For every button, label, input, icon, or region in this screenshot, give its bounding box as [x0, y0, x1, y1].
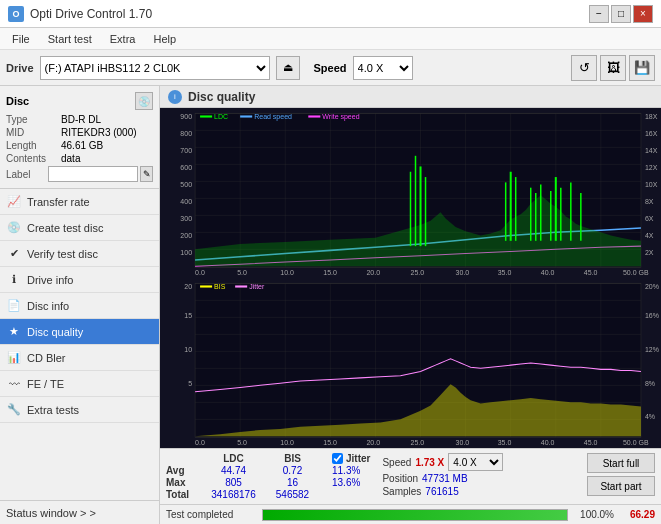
menu-extra[interactable]: Extra [102, 31, 144, 47]
right-panel: i Disc quality [160, 86, 661, 524]
create-test-icon: 💿 [6, 220, 22, 236]
svg-text:BIS: BIS [214, 281, 225, 290]
drive-label: Drive [6, 62, 34, 74]
svg-text:400: 400 [180, 196, 192, 205]
svg-text:600: 600 [180, 162, 192, 171]
label-edit-button[interactable]: ✎ [140, 166, 153, 182]
avg-ldc: 44.74 [206, 465, 261, 476]
svg-text:900: 900 [180, 111, 192, 120]
nav-verify-test-disc[interactable]: ✔ Verify test disc [0, 241, 159, 267]
svg-text:18X: 18X [645, 111, 658, 120]
max-label: Max [166, 477, 202, 488]
speed-select[interactable]: 4.0 X [353, 56, 413, 80]
nav-disc-info[interactable]: 📄 Disc info [0, 293, 159, 319]
svg-text:25.0: 25.0 [411, 268, 425, 277]
extra-tests-icon: 🔧 [6, 402, 22, 418]
svg-text:Write speed: Write speed [322, 111, 359, 120]
app-title: Opti Drive Control 1.70 [30, 7, 152, 21]
drive-select[interactable]: (F:) ATAPI iHBS112 2 CL0K [40, 56, 270, 80]
nav-fe-te[interactable]: 〰 FE / TE [0, 371, 159, 397]
svg-text:0.0: 0.0 [195, 438, 205, 447]
charts-container: 900 800 700 600 500 400 300 200 100 18X … [160, 108, 661, 448]
speed-stat-select[interactable]: 4.0 X [448, 453, 503, 471]
length-label: Length [6, 140, 61, 151]
samples-value: 761615 [425, 486, 458, 497]
svg-text:30.0: 30.0 [456, 268, 470, 277]
nav-cd-bler[interactable]: 📊 CD Bler [0, 345, 159, 371]
label-label: Label [6, 169, 48, 180]
nav-extra-tests[interactable]: 🔧 Extra tests [0, 397, 159, 423]
disc-icon-btn[interactable]: 💿 [135, 92, 153, 110]
svg-text:10: 10 [184, 345, 192, 354]
disc-section: Disc 💿 Type BD-R DL MID RITEKDR3 (000) L… [0, 86, 159, 189]
nav-create-test-disc[interactable]: 💿 Create test disc [0, 215, 159, 241]
svg-rect-40 [240, 115, 252, 117]
app-icon: O [8, 6, 24, 22]
total-bis: 546582 [265, 489, 320, 500]
nav-verify-test-label: Verify test disc [27, 248, 98, 260]
speed-label: Speed [314, 62, 347, 74]
type-value: BD-R DL [61, 114, 101, 125]
left-panel: Disc 💿 Type BD-R DL MID RITEKDR3 (000) L… [0, 86, 160, 524]
svg-text:Jitter: Jitter [249, 281, 265, 290]
cd-bler-icon: 📊 [6, 350, 22, 366]
length-value: 46.61 GB [61, 140, 103, 151]
start-part-button[interactable]: Start part [587, 476, 655, 496]
main-content: Disc 💿 Type BD-R DL MID RITEKDR3 (000) L… [0, 86, 661, 524]
chart-icon: i [168, 90, 182, 104]
contents-value: data [61, 153, 80, 164]
jitter-avg: 11.3% [332, 465, 370, 476]
svg-text:700: 700 [180, 145, 192, 154]
status-window-button[interactable]: Status window > > [0, 500, 159, 524]
start-full-button[interactable]: Start full [587, 453, 655, 473]
svg-text:14X: 14X [645, 145, 658, 154]
image-button[interactable]: 🖼 [600, 55, 626, 81]
nav-cd-bler-label: CD Bler [27, 352, 66, 364]
svg-text:40.0: 40.0 [541, 438, 555, 447]
nav-extra-tests-label: Extra tests [27, 404, 79, 416]
disc-info-icon: 📄 [6, 298, 22, 314]
svg-text:800: 800 [180, 128, 192, 137]
menu-start-test[interactable]: Start test [40, 31, 100, 47]
svg-rect-102 [235, 285, 247, 287]
close-button[interactable]: × [633, 5, 653, 23]
svg-text:12X: 12X [645, 162, 658, 171]
avg-bis: 0.72 [265, 465, 320, 476]
svg-text:45.0: 45.0 [584, 438, 598, 447]
svg-text:40.0: 40.0 [541, 268, 555, 277]
menu-bar: File Start test Extra Help [0, 28, 661, 50]
ldc-header: LDC [206, 453, 261, 464]
minimize-button[interactable]: − [589, 5, 609, 23]
label-input[interactable] [48, 166, 138, 182]
svg-text:2X: 2X [645, 247, 654, 256]
status-window-label: Status window > > [6, 507, 96, 519]
svg-text:30.0: 30.0 [456, 438, 470, 447]
eject-icon: ⏏ [283, 61, 293, 74]
svg-text:4%: 4% [645, 412, 656, 421]
eject-button[interactable]: ⏏ [276, 56, 300, 80]
maximize-button[interactable]: □ [611, 5, 631, 23]
nav-items: 📈 Transfer rate 💿 Create test disc ✔ Ver… [0, 189, 159, 500]
refresh-icon: ↺ [579, 60, 590, 75]
svg-text:50.0 GB: 50.0 GB [623, 268, 649, 277]
mid-label: MID [6, 127, 61, 138]
stats-area: LDC BIS Avg 44.74 0.72 Max 805 16 Total … [160, 448, 661, 504]
nav-transfer-rate[interactable]: 📈 Transfer rate [0, 189, 159, 215]
svg-text:10.0: 10.0 [280, 268, 294, 277]
jitter-checkbox[interactable] [332, 453, 343, 464]
svg-rect-42 [308, 115, 320, 117]
save-button[interactable]: 💾 [629, 55, 655, 81]
edit-icon: ✎ [143, 169, 151, 179]
refresh-button[interactable]: ↺ [571, 55, 597, 81]
progress-area: Test completed 100.0% 66.29 [160, 504, 661, 524]
menu-file[interactable]: File [4, 31, 38, 47]
contents-label: Contents [6, 153, 61, 164]
menu-help[interactable]: Help [145, 31, 184, 47]
svg-text:LDC: LDC [214, 111, 228, 120]
bis-header: BIS [265, 453, 320, 464]
nav-disc-quality[interactable]: ★ Disc quality [0, 319, 159, 345]
title-bar: O Opti Drive Control 1.70 − □ × [0, 0, 661, 28]
svg-text:8%: 8% [645, 379, 656, 388]
nav-disc-quality-label: Disc quality [27, 326, 83, 338]
nav-drive-info[interactable]: ℹ Drive info [0, 267, 159, 293]
